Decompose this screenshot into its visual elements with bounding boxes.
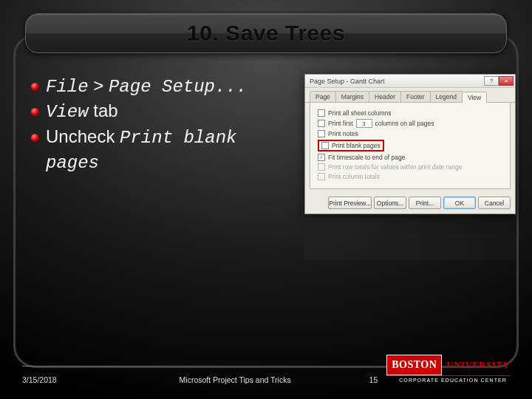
- checkbox-print-column-totals: [318, 173, 325, 180]
- window-close-button[interactable]: ×: [499, 76, 514, 86]
- bu-logo-university: UNIVERSITY: [442, 355, 510, 375]
- cancel-button[interactable]: Cancel: [478, 197, 511, 209]
- label-print-blank-pages: Print blank pages: [332, 142, 381, 149]
- checkbox-fit-timescale[interactable]: ✓: [318, 154, 325, 161]
- print-preview-button[interactable]: Print Preview...: [328, 197, 372, 209]
- tab-view[interactable]: View: [462, 92, 487, 103]
- tab-legend[interactable]: Legend: [430, 91, 463, 102]
- footer-page: 15: [369, 375, 378, 384]
- checkbox-print-first[interactable]: [318, 120, 325, 127]
- page-setup-dialog: Page Setup - Gantt Chart ? × Page Margin…: [304, 74, 516, 214]
- label-print-column-totals: Print column totals: [328, 173, 380, 180]
- checkbox-print-all-columns[interactable]: [318, 109, 325, 117]
- label-print-first-a: Print first: [328, 120, 353, 127]
- tab-header[interactable]: Header: [369, 91, 401, 102]
- checkbox-print-blank-pages[interactable]: [321, 142, 329, 149]
- label-fit-timescale: Fit timescale to end of page: [328, 154, 405, 161]
- label-print-first-b: columns on all pages: [375, 120, 434, 127]
- slide-title: 10. Save Trees: [187, 21, 345, 46]
- bu-logo-boston: BOSTON: [386, 355, 442, 375]
- dialog-button-row: Print Preview... Options... Print... OK …: [305, 194, 515, 214]
- print-button[interactable]: Print...: [409, 197, 441, 209]
- bullet-3: Uncheck Print blank pages: [30, 125, 273, 176]
- print-blank-pages-highlight: Print blank pages: [318, 140, 384, 151]
- label-print-all-columns: Print all sheet columns: [328, 109, 392, 117]
- ok-button[interactable]: OK: [443, 197, 476, 209]
- tab-footer[interactable]: Footer: [400, 91, 431, 102]
- input-first-columns[interactable]: 3: [356, 119, 372, 128]
- footer-title: Microsoft Project Tips and Tricks: [101, 375, 369, 384]
- bu-logo-sub: CORPORATE EDUCATION CENTER: [386, 375, 510, 384]
- tab-page[interactable]: Page: [310, 91, 336, 102]
- label-print-notes: Print notes: [328, 130, 358, 137]
- dialog-tabs: Page Margins Header Footer Legend View: [305, 88, 515, 103]
- label-print-row-totals: Print row totals for values within print…: [328, 163, 462, 171]
- bullet-2: View tab: [30, 99, 273, 124]
- checkbox-print-row-totals: [318, 163, 325, 171]
- tab-margins[interactable]: Margins: [335, 91, 369, 102]
- window-help-button[interactable]: ?: [484, 76, 499, 86]
- body-text: File > Page Setup... View tab Uncheck Pr…: [30, 74, 273, 176]
- dialog-titlebar: Page Setup - Gantt Chart ? ×: [305, 75, 515, 88]
- dialog-title: Page Setup - Gantt Chart: [310, 78, 385, 85]
- dialog-body: Print all sheet columns Print first 3 co…: [310, 103, 511, 189]
- dialog-reflection: [304, 208, 516, 260]
- bu-logo: BOSTON UNIVERSITY CORPORATE EDUCATION CE…: [386, 355, 510, 384]
- title-plate: 10. Save Trees: [25, 13, 507, 53]
- footer-date: 3/15/2018: [22, 375, 57, 384]
- bullet-1: File > Page Setup...: [30, 74, 273, 99]
- checkbox-print-notes[interactable]: [318, 130, 325, 137]
- options-button[interactable]: Options...: [374, 197, 406, 209]
- footer: 3/15/2018 Microsoft Project Tips and Tri…: [22, 355, 510, 384]
